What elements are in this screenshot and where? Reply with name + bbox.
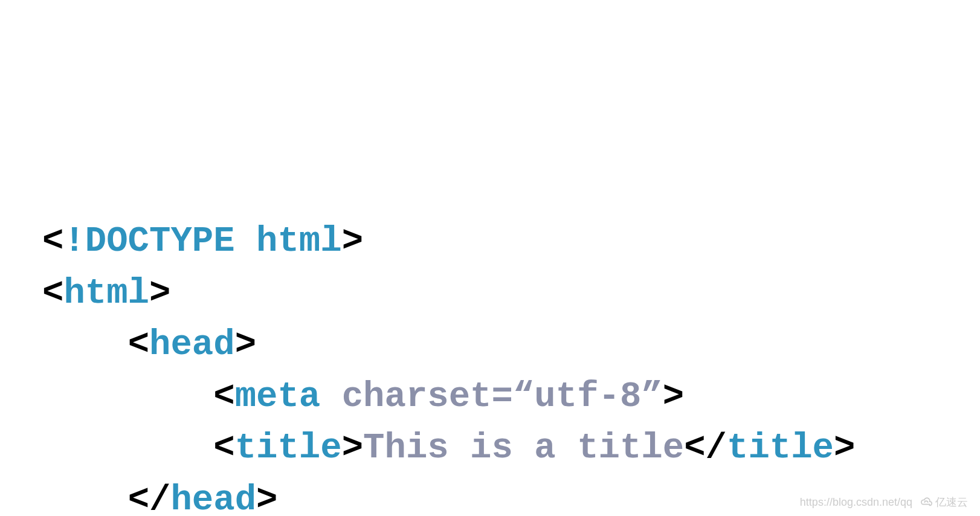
token-tag: head	[170, 480, 256, 516]
code-line: <!DOCTYPE html>	[42, 216, 980, 268]
code-line: <title>This is a title</title>	[42, 422, 980, 474]
token-bracket: <	[42, 273, 63, 314]
code-line: <head>	[42, 319, 980, 371]
watermark: https://blog.csdn.net/qq 亿速云	[800, 494, 968, 510]
token-tag: head	[149, 324, 235, 365]
code-line: <html>	[42, 268, 980, 320]
token-bracket: >	[256, 480, 277, 516]
token-tag: title	[235, 428, 342, 468]
watermark-brand: 亿速云	[935, 494, 968, 510]
token-bracket: >	[663, 376, 684, 417]
watermark-logo: 亿速云	[920, 494, 968, 510]
token-bracket: </	[128, 480, 171, 516]
token-bracket: >	[149, 273, 170, 314]
code-block: <!DOCTYPE html><html> <head> <meta chars…	[42, 216, 980, 516]
token-tag: title	[727, 428, 834, 468]
token-bracket: </	[684, 428, 727, 468]
token-tag: html	[63, 273, 149, 314]
token-bracket: >	[834, 428, 855, 468]
code-line: <meta charset=“utf-8”>	[42, 371, 980, 423]
token-bracket: <	[42, 221, 63, 262]
token-bracket: <	[213, 428, 234, 468]
watermark-url: https://blog.csdn.net/qq	[800, 494, 912, 510]
token-text: This is a title	[363, 428, 684, 468]
cloud-icon	[920, 495, 933, 509]
token-tag: meta	[235, 376, 321, 417]
token-bracket: >	[342, 221, 363, 262]
token-bracket: >	[342, 428, 363, 468]
token-bracket: >	[235, 324, 256, 365]
token-bracket: <	[213, 376, 234, 417]
token-attr: charset=“utf-8”	[320, 376, 663, 417]
token-tag: !DOCTYPE html	[63, 221, 341, 262]
token-bracket: <	[128, 324, 149, 365]
